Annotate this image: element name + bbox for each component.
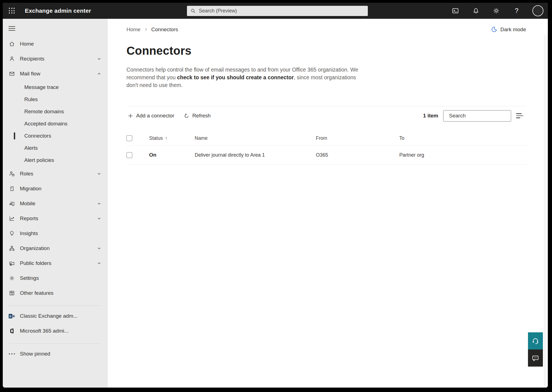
global-search-box[interactable] [187,6,368,16]
item-count: 1 item [423,113,438,119]
powershell-button[interactable] [451,6,460,15]
create-connector-check-link[interactable]: check to see if you should create a conn… [177,74,294,80]
collapse-nav-button[interactable] [8,24,18,33]
top-app-bar: Exchange admin center [3,3,548,19]
feedback-button[interactable] [528,349,543,367]
moon-icon [491,26,497,33]
envelope-icon [8,71,15,77]
breadcrumb-home-link[interactable]: Home [126,27,141,33]
hamburger-icon [8,26,15,31]
notifications-button[interactable] [471,6,480,15]
sidebar-item-other-features[interactable]: Other features [3,286,108,301]
sidebar-item-mobile[interactable]: Mobile [3,196,108,211]
mobile-chart-icon [8,201,15,207]
sidebar-item-message-trace[interactable]: Message trace [3,81,108,93]
support-button[interactable] [528,332,543,349]
chevron-down-icon [97,201,102,206]
add-connector-button[interactable]: Add a connector [126,111,175,121]
sidebar-item-alert-policies[interactable]: Alert policies [3,154,108,166]
line-chart-icon [8,215,15,222]
settings-button[interactable] [492,6,501,15]
column-header-name[interactable]: Name [195,135,316,141]
headset-icon [532,337,539,345]
connector-from: O365 [316,152,399,158]
microsoft-365-logo-icon [8,328,15,334]
home-icon [8,41,15,47]
sidebar-item-public-folders[interactable]: Public folders [3,256,108,271]
connectors-table: Status ↑ Name From To [126,131,526,165]
breadcrumb: Home Connectors [126,27,178,33]
app-launcher-button[interactable] [8,7,16,15]
waffle-icon [9,8,15,14]
column-header-from[interactable]: From [316,135,399,141]
dark-mode-toggle[interactable]: Dark mode [491,26,526,33]
page-title: Connectors [126,44,526,57]
terminal-icon [452,7,459,14]
search-icon [190,8,196,14]
sidebar-item-microsoft-365-admin[interactable]: Microsoft 365 admi... [3,323,108,338]
folder-globe-icon [8,260,15,266]
refresh-icon [184,113,189,119]
app-title: Exchange admin center [25,7,91,14]
sidebar-item-mail-flow[interactable]: Mail flow [3,66,108,81]
help-button[interactable]: ? [512,6,521,15]
sidebar-item-accepted-domains[interactable]: Accepted domains [3,118,108,130]
sidebar-item-home[interactable]: Home [3,36,108,51]
sidebar-item-remote-domains[interactable]: Remote domains [3,106,108,118]
sidebar-item-organization[interactable]: Organization [3,241,108,256]
person-icon [8,56,15,62]
sidebar-item-alerts[interactable]: Alerts [3,142,108,154]
refresh-button[interactable]: Refresh [183,111,212,121]
column-header-to[interactable]: To [399,135,526,141]
exchange-admin-window: Exchange admin center [3,3,548,388]
sidebar-item-insights[interactable]: Insights [3,226,108,241]
selected-indicator [14,132,15,140]
table-header-row: Status ↑ Name From To [126,131,526,146]
left-navigation: Home Recipients Mail flow [3,19,108,388]
connector-name: Deliver journal directly to Area 1 [195,152,316,158]
dark-mode-label: Dark mode [500,27,526,33]
table-row[interactable]: On Deliver journal directly to Area 1 O3… [126,146,526,165]
org-chart-icon [8,245,15,251]
chevron-up-icon [97,71,102,76]
sidebar-item-migration[interactable]: Migration [3,181,108,196]
table-grid-icon [8,290,15,296]
sort-ascending-icon: ↑ [165,136,168,141]
grid-search-input[interactable] [449,113,517,119]
feedback-bubble-icon [532,354,539,362]
gear-icon [8,275,15,281]
filter-button[interactable] [516,111,526,121]
grid-search-box[interactable] [443,110,511,122]
person-briefcase-icon [8,171,15,177]
sidebar-item-rules[interactable]: Rules [3,93,108,106]
select-all-checkbox[interactable] [126,135,132,141]
document-arrow-icon [8,186,15,192]
page-description: Connectors help control the flow of emai… [126,66,360,89]
sidebar-item-connectors[interactable]: Connectors [3,130,108,142]
column-header-status[interactable]: Status ↑ [149,135,195,141]
sidebar-item-settings[interactable]: Settings [3,271,108,286]
chevron-down-icon [97,216,102,221]
vertical-scrollbar[interactable] [544,35,548,388]
main-content: Home Connectors Dark mode Connectors Con… [108,19,548,388]
question-mark-icon: ? [515,7,518,15]
chevron-down-icon [97,261,102,266]
sidebar-item-recipients[interactable]: Recipients [3,51,108,66]
sidebar-item-classic-exchange-admin[interactable]: E Classic Exchange adm... [3,309,108,323]
global-search-input[interactable] [199,8,365,14]
chevron-down-icon [97,246,102,251]
account-avatar[interactable] [532,5,543,16]
connector-status: On [149,152,156,158]
sidebar-divider [9,343,101,344]
grid-toolbar: Add a connector Refresh 1 item [126,106,526,125]
sidebar-item-show-pinned[interactable]: Show pinned [3,346,108,361]
chevron-down-icon [97,56,102,61]
sidebar-item-reports[interactable]: Reports [3,211,108,226]
filter-icon [516,113,522,114]
exchange-logo-icon: E [8,313,15,319]
sidebar-item-roles[interactable]: Roles [3,166,108,181]
row-checkbox[interactable] [126,152,132,158]
gear-icon [493,7,500,14]
bell-icon [472,7,479,14]
lightbulb-icon [8,230,15,236]
